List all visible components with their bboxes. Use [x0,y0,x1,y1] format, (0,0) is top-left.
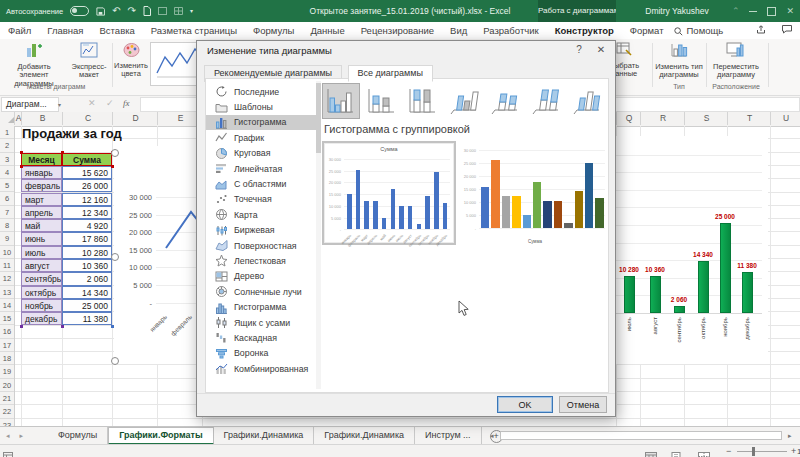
dialog-close-button[interactable]: ✕ [591,42,611,58]
chart-type-item[interactable]: Шаблоны [206,99,316,114]
table-row-month[interactable]: апрель [21,206,62,219]
close-button[interactable]: ✕ [786,7,794,16]
table-row-sum[interactable]: 26 000 [62,179,112,192]
ribbon-tab-Файл[interactable]: Файл [0,23,39,39]
chart-preview-alt[interactable]: Сумма 30 00025 00020 00015 00010 0005 00… [462,140,608,248]
chart-type-item[interactable]: Комбинированная [206,361,316,376]
table-row-sum[interactable]: 2 060 [62,272,112,285]
row-header-11[interactable]: 11 [0,259,14,272]
customize-qat-icon[interactable]: ▾ [190,6,193,16]
row-header-18[interactable]: 18 [0,352,14,365]
ribbon-tab-Разработчик[interactable]: Разработчик [475,23,546,39]
column-header-U[interactable]: U [770,112,800,125]
table-row-month[interactable]: октябрь [21,286,62,299]
subtype-100-stacked-column[interactable] [404,83,442,119]
table-row-sum[interactable]: 14 340 [62,286,112,299]
list-scrollbar[interactable] [316,81,321,389]
chart-type-item[interactable]: Круговая [206,146,316,161]
ribbon-tab-Формат[interactable]: Формат [622,23,672,39]
table-row-month[interactable]: июнь [21,232,62,245]
redo-icon[interactable]: ↷ [128,6,136,16]
row-header-21[interactable]: 21 [0,392,14,405]
table-row-sum[interactable]: 10 280 [62,246,112,259]
chart-type-item[interactable]: С областями [206,176,316,191]
table-row-month[interactable]: сентябрь [21,272,62,285]
table-row-sum[interactable]: 11 380 [62,312,112,325]
table-row-sum[interactable]: 12 160 [62,193,112,206]
bar[interactable] [650,276,661,313]
table-row-month[interactable]: январь [21,166,62,179]
chart-type-item[interactable]: Солнечные лучи [206,284,316,299]
dialog-title-bar[interactable]: Изменение типа диаграммы ? ✕ [197,41,615,61]
ribbon-tab-Главная[interactable]: Главная [39,23,91,39]
table-row-month[interactable]: ноябрь [21,299,62,312]
ribbon-tab-Вставка[interactable]: Вставка [92,23,143,39]
move-chart-button[interactable]: Переместить диаграмму [710,41,762,87]
subtype-3d-column[interactable] [568,83,606,119]
ribbon-tab-Конструктор[interactable]: Конструктор [547,23,622,39]
quick-layout-button[interactable]: Экспресс-макет [68,41,110,87]
undo-icon[interactable]: ↶ [112,6,120,16]
page-break-view-icon[interactable] [698,447,710,457]
ribbon-tab-Формулы[interactable]: Формулы [245,23,302,39]
insert-function-icon[interactable]: fx [123,98,130,108]
subtype-3d-stacked-column[interactable] [486,83,524,119]
selection-handle[interactable] [111,253,119,261]
table-row-month[interactable]: февраль [21,179,62,192]
ok-button[interactable]: OK [497,396,553,413]
chart-type-item[interactable]: Гистограмма [206,115,316,130]
table-row-sum[interactable]: 17 860 [62,232,112,245]
table-row-month[interactable]: июль [21,246,62,259]
row-header-4[interactable]: 4 [0,166,14,179]
zoom-in-button[interactable]: + [791,446,796,456]
chart-type-item[interactable]: Лепестковая [206,253,316,268]
accessibility-icon[interactable] [3,447,13,457]
chart-type-item[interactable]: Точечная [206,192,316,207]
row-header-9[interactable]: 9 [0,232,14,245]
bar[interactable] [674,306,685,313]
row-header-10[interactable]: 10 [0,246,14,259]
row-header-14[interactable]: 14 [0,299,14,312]
table-row-month[interactable]: май [21,219,62,232]
table-row-sum[interactable]: 25 000 [62,299,112,312]
ribbon-tab-Помощь[interactable]: Помощь [679,23,732,39]
dialog-help-button[interactable]: ? [569,42,589,58]
sheet-tab-Графики.Форматы[interactable]: Графики.Форматы [108,427,213,445]
cancel-button[interactable]: Отмена [559,396,607,413]
hscroll-right-arrow[interactable]: ▸ [788,432,792,440]
name-box[interactable]: Диаграм... [1,97,59,112]
chart-type-item[interactable]: Последние [206,84,316,99]
autosave-toggle[interactable] [70,6,89,16]
row-header-22[interactable]: 22 [0,405,14,418]
table-row-month[interactable]: август [21,259,62,272]
chart-type-item[interactable]: Поверхностная [206,238,316,253]
document-icon[interactable] [143,6,151,16]
sheet-tab-Графики.Динамика[interactable]: Графики.Динамика [314,427,415,445]
share-icon[interactable] [756,25,766,36]
window-icon[interactable] [158,7,167,15]
minimize-button[interactable] [749,11,757,12]
row-header-16[interactable]: 16 [0,325,14,338]
table-row-sum[interactable]: 15 620 [62,166,112,179]
selection-handle[interactable] [111,357,119,365]
bar[interactable] [624,276,635,313]
hscroll-left-arrow[interactable]: ◂ [490,432,494,440]
line-chart-object[interactable]: 30 00025 00020 00015 00010 0005 000-янва… [114,146,202,364]
row-header-13[interactable]: 13 [0,286,14,299]
chart-type-item[interactable]: Карта [206,207,316,222]
zoom-slider-track[interactable] [737,451,787,452]
subtype-stacked-column[interactable] [363,83,401,119]
grid-icon[interactable] [174,7,183,15]
chart-preview-selected[interactable]: Сумма 30 00025 00020 00015 00010 0005 00… [322,141,456,245]
table-row-sum[interactable]: 10 360 [62,259,112,272]
table-header-summa[interactable]: Сумма [62,153,112,166]
column-header-D[interactable]: D [112,112,158,125]
row-header-7[interactable]: 7 [0,206,14,219]
column-header-T[interactable]: T [727,112,771,125]
ribbon-options-icon[interactable]: ⌃ [732,7,740,16]
user-name[interactable]: Dmitry Yakushev [634,0,720,22]
bar[interactable] [742,272,753,313]
change-chart-type-button[interactable]: Изменить тип диаграммы [655,41,703,87]
column-header-Q[interactable]: Q [616,112,641,125]
chart-type-item[interactable]: Дерево [206,269,316,284]
